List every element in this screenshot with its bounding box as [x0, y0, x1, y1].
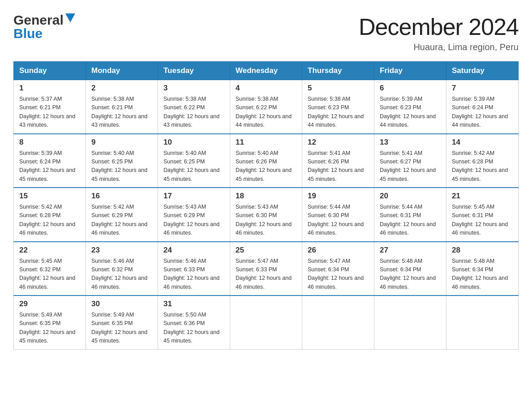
header-wednesday: Wednesday	[230, 62, 302, 80]
day-info: Sunrise: 5:41 AM Sunset: 6:27 PM Dayligh…	[380, 149, 441, 184]
day-info: Sunrise: 5:47 AM Sunset: 6:33 PM Dayligh…	[236, 257, 296, 292]
day-info: Sunrise: 5:37 AM Sunset: 6:21 PM Dayligh…	[19, 95, 80, 130]
day-info: Sunrise: 5:44 AM Sunset: 6:30 PM Dayligh…	[308, 203, 369, 238]
day-info: Sunrise: 5:39 AM Sunset: 6:24 PM Dayligh…	[19, 149, 80, 184]
table-row: 30 Sunrise: 5:49 AM Sunset: 6:35 PM Dayl…	[86, 295, 158, 349]
table-row: 28 Sunrise: 5:48 AM Sunset: 6:34 PM Dayl…	[446, 242, 519, 296]
table-row: 18 Sunrise: 5:43 AM Sunset: 6:30 PM Dayl…	[230, 188, 302, 242]
table-row: 27 Sunrise: 5:48 AM Sunset: 6:34 PM Dayl…	[374, 242, 446, 296]
table-row: 12 Sunrise: 5:41 AM Sunset: 6:26 PM Dayl…	[302, 134, 374, 188]
logo-blue-text: Blue	[13, 26, 43, 41]
day-number: 11	[236, 138, 296, 147]
table-row	[446, 295, 519, 349]
table-row: 29 Sunrise: 5:49 AM Sunset: 6:35 PM Dayl…	[14, 295, 86, 349]
day-number: 21	[452, 192, 513, 201]
table-row: 3 Sunrise: 5:38 AM Sunset: 6:22 PM Dayli…	[158, 80, 230, 134]
day-info: Sunrise: 5:43 AM Sunset: 6:29 PM Dayligh…	[163, 203, 224, 238]
day-info: Sunrise: 5:39 AM Sunset: 6:23 PM Dayligh…	[380, 95, 441, 130]
day-number: 28	[452, 246, 513, 255]
table-row: 13 Sunrise: 5:41 AM Sunset: 6:27 PM Dayl…	[374, 134, 446, 188]
day-info: Sunrise: 5:49 AM Sunset: 6:35 PM Dayligh…	[91, 311, 152, 346]
day-info: Sunrise: 5:50 AM Sunset: 6:36 PM Dayligh…	[163, 311, 224, 346]
day-info: Sunrise: 5:38 AM Sunset: 6:22 PM Dayligh…	[236, 95, 296, 130]
day-number: 24	[163, 246, 224, 255]
day-info: Sunrise: 5:48 AM Sunset: 6:34 PM Dayligh…	[380, 257, 441, 292]
location-subtitle: Huaura, Lima region, Peru	[359, 42, 519, 52]
header-friday: Friday	[374, 62, 446, 80]
day-number: 31	[163, 300, 224, 308]
table-row	[230, 295, 302, 349]
header-sunday: Sunday	[14, 62, 86, 80]
table-row: 20 Sunrise: 5:44 AM Sunset: 6:31 PM Dayl…	[374, 188, 446, 242]
table-row: 6 Sunrise: 5:39 AM Sunset: 6:23 PM Dayli…	[374, 80, 446, 134]
table-row: 9 Sunrise: 5:40 AM Sunset: 6:25 PM Dayli…	[86, 134, 158, 188]
table-row: 1 Sunrise: 5:37 AM Sunset: 6:21 PM Dayli…	[14, 80, 86, 134]
day-info: Sunrise: 5:42 AM Sunset: 6:28 PM Dayligh…	[452, 149, 513, 184]
day-number: 19	[308, 192, 369, 201]
day-number: 6	[380, 84, 441, 93]
table-row: 5 Sunrise: 5:38 AM Sunset: 6:23 PM Dayli…	[302, 80, 374, 134]
calendar-week-row: 29 Sunrise: 5:49 AM Sunset: 6:35 PM Dayl…	[14, 295, 519, 349]
day-info: Sunrise: 5:44 AM Sunset: 6:31 PM Dayligh…	[380, 203, 441, 238]
day-number: 23	[91, 246, 152, 255]
table-row: 15 Sunrise: 5:42 AM Sunset: 6:28 PM Dayl…	[14, 188, 86, 242]
day-info: Sunrise: 5:45 AM Sunset: 6:31 PM Dayligh…	[452, 203, 513, 238]
day-info: Sunrise: 5:45 AM Sunset: 6:32 PM Dayligh…	[19, 257, 80, 292]
calendar-week-row: 8 Sunrise: 5:39 AM Sunset: 6:24 PM Dayli…	[14, 134, 519, 188]
page-header: General Blue December 2024 Huaura, Lima …	[13, 13, 519, 52]
table-row: 14 Sunrise: 5:42 AM Sunset: 6:28 PM Dayl…	[446, 134, 519, 188]
table-row: 22 Sunrise: 5:45 AM Sunset: 6:32 PM Dayl…	[14, 242, 86, 296]
day-number: 9	[91, 138, 152, 147]
day-info: Sunrise: 5:41 AM Sunset: 6:26 PM Dayligh…	[308, 149, 369, 184]
day-number: 5	[308, 84, 369, 93]
day-number: 7	[452, 84, 513, 93]
day-info: Sunrise: 5:46 AM Sunset: 6:32 PM Dayligh…	[91, 257, 152, 292]
day-number: 25	[236, 246, 296, 255]
table-row: 31 Sunrise: 5:50 AM Sunset: 6:36 PM Dayl…	[158, 295, 230, 349]
day-info: Sunrise: 5:42 AM Sunset: 6:29 PM Dayligh…	[91, 203, 152, 238]
table-row: 25 Sunrise: 5:47 AM Sunset: 6:33 PM Dayl…	[230, 242, 302, 296]
day-info: Sunrise: 5:38 AM Sunset: 6:22 PM Dayligh…	[163, 95, 224, 130]
day-number: 22	[19, 246, 80, 255]
day-number: 13	[380, 138, 441, 147]
day-number: 1	[19, 84, 80, 93]
table-row	[374, 295, 446, 349]
day-number: 27	[380, 246, 441, 255]
header-tuesday: Tuesday	[158, 62, 230, 80]
day-number: 8	[19, 138, 80, 147]
logo-general-text: General	[13, 13, 64, 27]
logo: General Blue	[13, 13, 75, 40]
day-info: Sunrise: 5:40 AM Sunset: 6:25 PM Dayligh…	[91, 149, 152, 184]
table-row: 2 Sunrise: 5:38 AM Sunset: 6:21 PM Dayli…	[86, 80, 158, 134]
day-info: Sunrise: 5:40 AM Sunset: 6:26 PM Dayligh…	[236, 149, 296, 184]
table-row: 8 Sunrise: 5:39 AM Sunset: 6:24 PM Dayli…	[14, 134, 86, 188]
day-info: Sunrise: 5:40 AM Sunset: 6:25 PM Dayligh…	[163, 149, 224, 184]
day-number: 20	[380, 192, 441, 201]
day-number: 26	[308, 246, 369, 255]
day-number: 14	[452, 138, 513, 147]
day-number: 29	[19, 300, 80, 308]
day-info: Sunrise: 5:38 AM Sunset: 6:21 PM Dayligh…	[91, 95, 152, 130]
day-info: Sunrise: 5:48 AM Sunset: 6:34 PM Dayligh…	[452, 257, 513, 292]
svg-marker-0	[65, 13, 75, 22]
logo-arrow-icon	[65, 13, 75, 22]
day-info: Sunrise: 5:42 AM Sunset: 6:28 PM Dayligh…	[19, 203, 80, 238]
table-row: 17 Sunrise: 5:43 AM Sunset: 6:29 PM Dayl…	[158, 188, 230, 242]
day-number: 4	[236, 84, 296, 93]
table-row: 19 Sunrise: 5:44 AM Sunset: 6:30 PM Dayl…	[302, 188, 374, 242]
day-number: 18	[236, 192, 296, 201]
table-row: 7 Sunrise: 5:39 AM Sunset: 6:24 PM Dayli…	[446, 80, 519, 134]
day-info: Sunrise: 5:38 AM Sunset: 6:23 PM Dayligh…	[308, 95, 369, 130]
day-info: Sunrise: 5:39 AM Sunset: 6:24 PM Dayligh…	[452, 95, 513, 130]
calendar-week-row: 1 Sunrise: 5:37 AM Sunset: 6:21 PM Dayli…	[14, 80, 519, 134]
day-number: 12	[308, 138, 369, 147]
calendar-header-row: Sunday Monday Tuesday Wednesday Thursday…	[14, 62, 519, 80]
month-title: December 2024	[359, 13, 519, 40]
day-info: Sunrise: 5:43 AM Sunset: 6:30 PM Dayligh…	[236, 203, 296, 238]
table-row	[302, 295, 374, 349]
calendar-week-row: 15 Sunrise: 5:42 AM Sunset: 6:28 PM Dayl…	[14, 188, 519, 242]
header-saturday: Saturday	[446, 62, 519, 80]
calendar-week-row: 22 Sunrise: 5:45 AM Sunset: 6:32 PM Dayl…	[14, 242, 519, 296]
table-row: 23 Sunrise: 5:46 AM Sunset: 6:32 PM Dayl…	[86, 242, 158, 296]
calendar-table: Sunday Monday Tuesday Wednesday Thursday…	[13, 61, 519, 350]
